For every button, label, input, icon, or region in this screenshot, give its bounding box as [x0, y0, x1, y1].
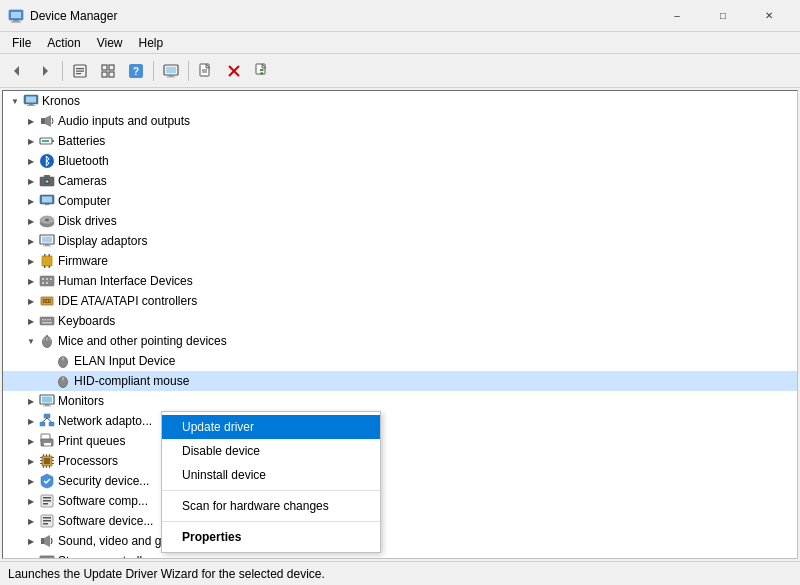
tree-root[interactable]: ▼ Kronos — [3, 91, 797, 111]
tree-item-print[interactable]: ▶ Print queues — [3, 431, 797, 451]
audio-icon — [39, 113, 55, 129]
tree-item-keyboards[interactable]: ▶ Keyboards — [3, 311, 797, 331]
tree-item-batteries[interactable]: ▶ Batteries — [3, 131, 797, 151]
softwarecomp-expand-icon[interactable]: ▶ — [23, 493, 39, 509]
disk-label: Disk drives — [58, 214, 117, 228]
menu-help[interactable]: Help — [131, 34, 172, 52]
tree-item-cameras[interactable]: ▶ Cameras — [3, 171, 797, 191]
tree-item-computer[interactable]: ▶ Computer — [3, 191, 797, 211]
hid-expand-icon[interactable]: ▶ — [23, 273, 39, 289]
ctx-uninstall-device[interactable]: Uninstall device — [162, 463, 380, 487]
menu-view[interactable]: View — [89, 34, 131, 52]
hid-label: Human Interface Devices — [58, 274, 193, 288]
tree-item-audio[interactable]: ▶ Audio inputs and outputs — [3, 111, 797, 131]
softwaredev-expand-icon[interactable]: ▶ — [23, 513, 39, 529]
status-bar: Launches the Update Driver Wizard for th… — [0, 561, 800, 585]
elan-expand-icon — [39, 353, 55, 369]
menu-action[interactable]: Action — [39, 34, 88, 52]
tree-item-disk[interactable]: ▶ Disk drives — [3, 211, 797, 231]
monitors-label: Monitors — [58, 394, 104, 408]
tree-item-firmware[interactable]: ▶ Firmware — [3, 251, 797, 271]
svg-rect-38 — [52, 140, 54, 142]
ctx-scan[interactable]: Scan for hardware changes — [162, 494, 380, 518]
keyboards-expand-icon[interactable]: ▶ — [23, 313, 39, 329]
tree-item-bluetooth[interactable]: ▶ ᛒ Bluetooth — [3, 151, 797, 171]
svg-marker-4 — [14, 66, 19, 76]
tree-item-softwaredev[interactable]: ▶ Software device... — [3, 511, 797, 531]
svg-rect-61 — [42, 278, 44, 280]
tree-item-processors[interactable]: ▶ Proces — [3, 451, 797, 471]
delete-button[interactable] — [221, 58, 247, 84]
ctx-properties[interactable]: Properties — [162, 525, 380, 549]
bluetooth-expand-icon[interactable]: ▶ — [23, 153, 39, 169]
audio-expand-icon[interactable]: ▶ — [23, 113, 39, 129]
svg-rect-118 — [43, 520, 51, 522]
svg-rect-106 — [40, 457, 43, 458]
back-button[interactable] — [4, 58, 30, 84]
svg-rect-2 — [13, 20, 19, 22]
svg-rect-18 — [169, 75, 173, 77]
window-title: Device Manager — [30, 9, 654, 23]
tree-item-softwarecomp[interactable]: ▶ Software comp... — [3, 491, 797, 511]
ctx-update-driver[interactable]: Update driver — [162, 415, 380, 439]
svg-rect-117 — [43, 517, 51, 519]
svg-rect-101 — [46, 454, 47, 457]
tree-item-hid[interactable]: ▶ Human Interface Devices — [3, 271, 797, 291]
monitors-expand-icon[interactable]: ▶ — [23, 393, 39, 409]
properties-button[interactable] — [67, 58, 93, 84]
tree-item-storage[interactable]: ▶ Storage controllers — [3, 551, 797, 559]
tree-item-monitors[interactable]: ▶ Monitors — [3, 391, 797, 411]
svg-rect-73 — [45, 319, 47, 321]
ctx-disable-device[interactable]: Disable device — [162, 439, 380, 463]
print-expand-icon[interactable]: ▶ — [23, 433, 39, 449]
tree-item-elan[interactable]: ELAN Input Device — [3, 351, 797, 371]
separator2 — [153, 61, 154, 81]
svg-marker-121 — [44, 535, 50, 547]
svg-text:ᛒ: ᛒ — [44, 155, 51, 167]
hid-icon — [39, 273, 55, 289]
cameras-expand-icon[interactable]: ▶ — [23, 173, 39, 189]
tree-item-display[interactable]: ▶ Display adaptors — [3, 231, 797, 251]
svg-rect-11 — [109, 65, 114, 70]
tree-item-mice[interactable]: ▼ Mice and other pointing devices — [3, 331, 797, 351]
svg-rect-110 — [52, 460, 55, 461]
svg-rect-88 — [45, 404, 49, 406]
download-button[interactable] — [249, 58, 275, 84]
tree-item-hid-mouse[interactable]: HID-compliant mouse — [3, 371, 797, 391]
tree-item-network[interactable]: ▶ Network adapto... — [3, 411, 797, 431]
close-button[interactable]: ✕ — [746, 0, 792, 32]
ide-expand-icon[interactable]: ▶ — [23, 293, 39, 309]
device-tree[interactable]: ▼ Kronos ▶ Audio i — [2, 90, 798, 559]
monitor-button[interactable] — [158, 58, 184, 84]
svg-rect-53 — [45, 244, 49, 246]
svg-rect-91 — [40, 422, 45, 426]
root-expand-icon[interactable]: ▼ — [7, 93, 23, 109]
keyboards-label: Keyboards — [58, 314, 115, 328]
maximize-button[interactable]: □ — [700, 0, 746, 32]
display-expand-icon[interactable]: ▶ — [23, 233, 39, 249]
network-expand-icon[interactable]: ▶ — [23, 413, 39, 429]
mice-expand-icon[interactable]: ▼ — [23, 333, 39, 349]
sound-expand-icon[interactable]: ▶ — [23, 533, 39, 549]
disk-expand-icon[interactable]: ▶ — [23, 213, 39, 229]
tree-item-ide[interactable]: ▶ IDE ATA/ATAPI controllers — [3, 291, 797, 311]
bluetooth-icon: ᛒ — [39, 153, 55, 169]
show-hide-button[interactable] — [95, 58, 121, 84]
menu-file[interactable]: File — [4, 34, 39, 52]
help-button[interactable]: ? — [123, 58, 149, 84]
processors-expand-icon[interactable]: ▶ — [23, 453, 39, 469]
security-expand-icon[interactable]: ▶ — [23, 473, 39, 489]
tree-item-sound[interactable]: ▶ Sound, video and game controllers — [3, 531, 797, 551]
new-button[interactable] — [193, 58, 219, 84]
forward-button[interactable] — [32, 58, 58, 84]
svg-rect-7 — [76, 68, 84, 69]
storage-expand-icon[interactable]: ▶ — [23, 553, 39, 559]
computer-expand-icon[interactable]: ▶ — [23, 193, 39, 209]
batteries-expand-icon[interactable]: ▶ — [23, 133, 39, 149]
svg-rect-1 — [11, 12, 21, 18]
minimize-button[interactable]: – — [654, 0, 700, 32]
firmware-expand-icon[interactable]: ▶ — [23, 253, 39, 269]
storage-icon — [39, 553, 55, 559]
computer-icon — [23, 93, 39, 109]
tree-item-security[interactable]: ▶ Security device... — [3, 471, 797, 491]
